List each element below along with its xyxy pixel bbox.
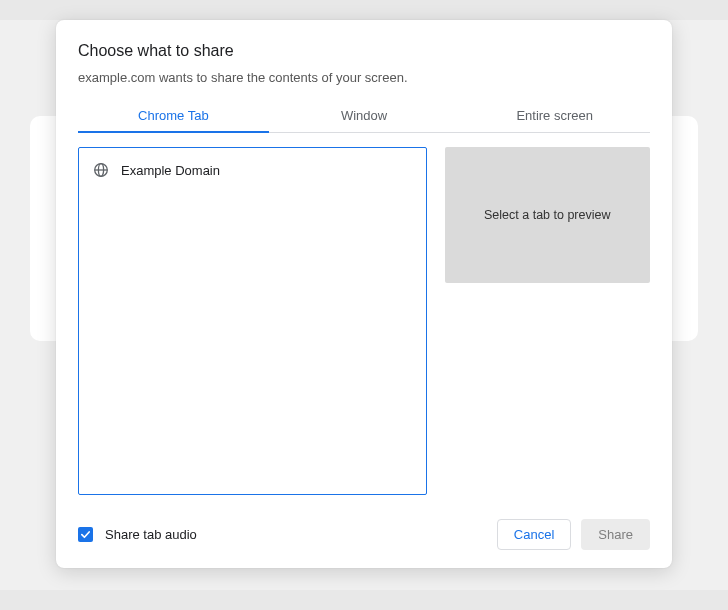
share-dialog: Choose what to share example.com wants t… [56,20,672,568]
cancel-button[interactable]: Cancel [497,519,571,550]
dialog-footer: Share tab audio Cancel Share [78,519,650,550]
preview-placeholder: Select a tab to preview [445,147,650,283]
tab-chrome-tab[interactable]: Chrome Tab [78,99,269,132]
dialog-buttons: Cancel Share [497,519,650,550]
share-audio-option[interactable]: Share tab audio [78,527,197,542]
tab-list[interactable]: Example Domain [78,147,427,495]
content-area: Example Domain Select a tab to preview [78,147,650,495]
share-audio-checkbox[interactable] [78,527,93,542]
share-audio-label: Share tab audio [105,527,197,542]
button-label: Share [598,527,633,542]
browser-bottom-bar [0,590,728,610]
tab-label: Chrome Tab [138,108,209,123]
globe-icon [93,162,109,178]
button-label: Cancel [514,527,554,542]
tab-item-label: Example Domain [121,163,220,178]
dialog-title: Choose what to share [78,42,650,60]
tab-label: Entire screen [516,108,593,123]
preview-area: Select a tab to preview [445,147,650,495]
dialog-subtitle: example.com wants to share the contents … [78,70,650,85]
browser-top-bar [0,0,728,20]
share-type-tabs: Chrome Tab Window Entire screen [78,99,650,133]
tab-window[interactable]: Window [269,99,460,132]
tab-label: Window [341,108,387,123]
tab-entire-screen[interactable]: Entire screen [459,99,650,132]
share-button[interactable]: Share [581,519,650,550]
preview-text: Select a tab to preview [484,208,610,222]
tab-item[interactable]: Example Domain [93,160,412,180]
